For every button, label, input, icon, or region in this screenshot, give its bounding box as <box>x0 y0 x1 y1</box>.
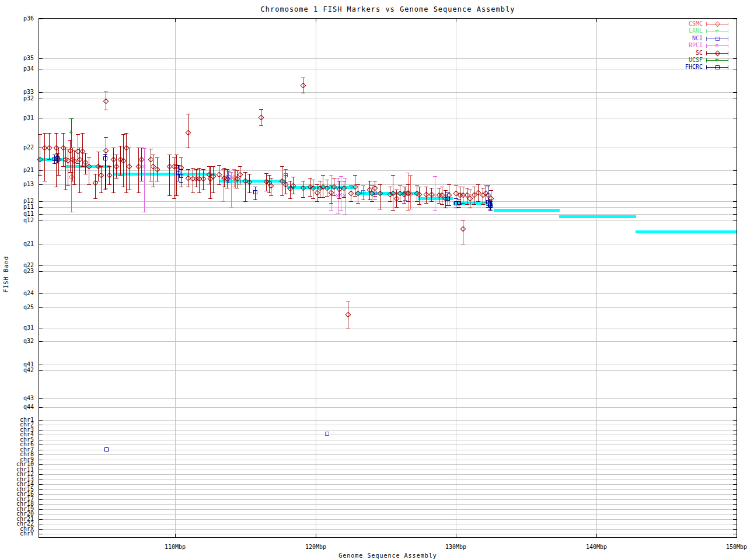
error-bar-cap <box>235 170 239 171</box>
y-tick-mark <box>733 341 737 342</box>
error-bar-cap <box>259 109 263 110</box>
error-bar-cap <box>402 203 406 204</box>
y-tick-mark <box>39 480 43 480</box>
data-point-diamond <box>114 164 120 170</box>
error-bar-cap <box>378 209 382 209</box>
x-tick-mark <box>316 534 316 538</box>
grid-line-h <box>39 460 737 460</box>
error-bar-cap <box>391 175 395 176</box>
error-bar <box>106 137 106 188</box>
plot-border-top <box>39 18 737 19</box>
x-tick-mark <box>175 18 176 22</box>
error-bar-cap <box>472 187 476 187</box>
error-bar-cap <box>61 166 65 167</box>
y-tick-mark <box>39 425 43 425</box>
grid-line-h <box>39 341 737 342</box>
y-tick-mark <box>39 293 43 294</box>
grid-line-h <box>39 509 737 510</box>
y-tick-mark <box>733 509 737 510</box>
error-bar-cap <box>93 174 97 174</box>
error-bar-cap <box>179 187 183 187</box>
y-tick-mark <box>733 365 737 365</box>
grid-line-h <box>39 489 737 490</box>
y-axis-title: FISH Band <box>3 256 9 292</box>
y-tick-mark <box>733 293 737 294</box>
error-bar-cap <box>454 208 458 208</box>
assembly-segment <box>494 209 560 212</box>
error-bar-cap <box>342 197 346 198</box>
error-bar-cap <box>87 158 91 158</box>
y-tick-label: q23 <box>0 268 34 274</box>
legend-label: RPCI <box>668 43 703 48</box>
error-bar-cap <box>368 181 372 181</box>
y-tick-mark <box>733 435 737 435</box>
error-bar-cap <box>247 174 252 174</box>
x-tick-mark <box>596 534 597 538</box>
error-bar-cap <box>229 207 233 208</box>
error-bar-cap <box>417 204 421 205</box>
error-bar-cap <box>225 188 229 188</box>
error-bar-cap <box>337 181 341 181</box>
error-bar-cap <box>114 178 118 178</box>
error-bar-cap <box>139 148 144 148</box>
data-point-square <box>361 190 365 194</box>
y-tick-mark <box>39 420 43 421</box>
y-tick-mark <box>39 407 43 408</box>
error-bar-cap <box>194 169 198 170</box>
error-bar <box>113 148 114 192</box>
error-bar-cap <box>488 200 492 200</box>
y-tick-label: q32 <box>0 338 34 344</box>
grid-line-h <box>39 420 737 421</box>
error-bar-cap <box>222 187 226 187</box>
error-bar-cap <box>361 200 365 200</box>
error-bar-cap <box>151 155 155 155</box>
error-bar-cap <box>398 201 402 202</box>
error-bar-cap <box>104 110 108 110</box>
y-tick-mark <box>733 407 737 408</box>
error-bar-cap <box>124 192 128 193</box>
y-tick-mark <box>39 271 43 272</box>
error-bar-cap <box>461 220 465 221</box>
error-bar-cap <box>430 188 434 188</box>
legend-sample-cap <box>728 29 728 33</box>
error-bar-cap <box>194 187 198 187</box>
error-bar-cap <box>440 204 444 205</box>
error-bar-cap <box>96 181 100 181</box>
y-tick-label: p36 <box>0 16 34 22</box>
legend-sample-cap <box>728 51 728 55</box>
data-point-diamond <box>139 157 145 163</box>
y-tick-mark <box>39 148 43 148</box>
error-bar-cap <box>346 302 350 302</box>
assembly-segment <box>636 230 736 233</box>
error-bar-cap <box>486 186 490 186</box>
error-bar-cap <box>325 196 329 197</box>
error-bar-cap <box>446 205 450 206</box>
legend-label: NCI <box>668 36 703 41</box>
y-tick-mark <box>733 454 737 455</box>
grid-line-h <box>39 464 737 465</box>
error-bar-cap <box>446 192 450 193</box>
data-point-square <box>253 190 257 194</box>
marker-stroke <box>717 58 717 62</box>
error-bar-cap <box>342 181 346 181</box>
data-point-diamond <box>136 164 142 170</box>
data-point-diamond <box>417 192 423 198</box>
grid-line-h <box>39 398 737 399</box>
data-point-square <box>103 156 107 160</box>
data-point-square <box>325 432 329 436</box>
error-bar <box>176 155 177 195</box>
y-tick-mark <box>39 370 43 371</box>
error-bar-cap <box>107 184 111 185</box>
data-point-plus <box>715 58 719 62</box>
error-bar-cap <box>395 207 399 208</box>
y-tick-mark <box>39 201 43 202</box>
error-bar-cap <box>488 210 493 211</box>
error-bar-cap <box>269 178 273 178</box>
y-tick-mark <box>733 99 737 99</box>
error-bar-cap <box>217 184 221 185</box>
y-tick-mark <box>733 489 737 490</box>
y-tick-mark <box>733 92 737 93</box>
error-bar-cap <box>264 173 268 174</box>
y-tick-mark <box>39 170 43 171</box>
y-tick-mark <box>39 307 43 308</box>
